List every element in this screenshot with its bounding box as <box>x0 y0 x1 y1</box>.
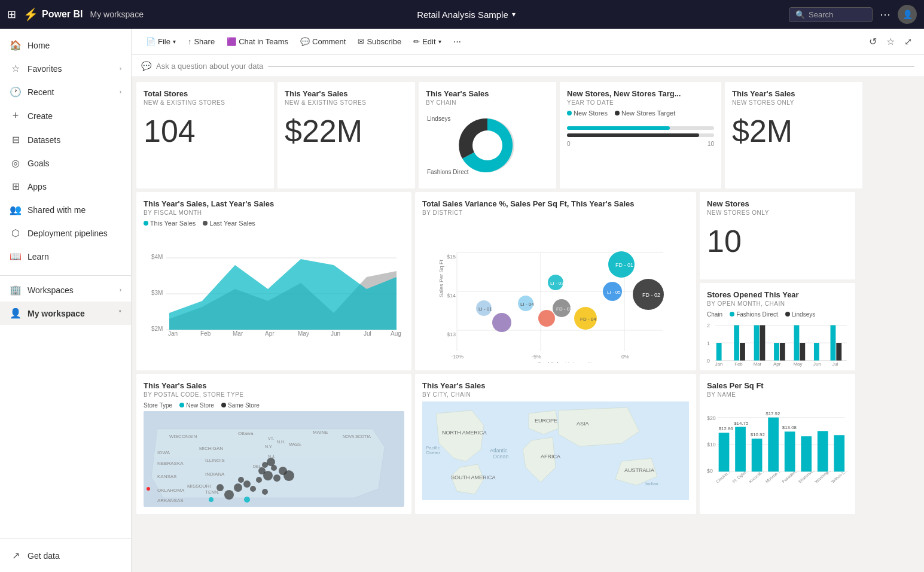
card-subtitle: NEW & EXISTING STORES <box>285 99 408 106</box>
card-subtitle: BY DISTRICT <box>422 209 689 216</box>
svg-text:LI - 01: LI - 01 <box>478 306 492 312</box>
recent-icon: 🕐 <box>10 86 22 98</box>
svg-text:SOUTH AMERICA: SOUTH AMERICA <box>451 474 496 480</box>
sidebar-item-goals[interactable]: ◎ Goals <box>0 151 131 175</box>
sidebar-item-favorites[interactable]: ☆ Favorites › <box>0 57 131 80</box>
card-sales-new-only[interactable]: This Year's Sales NEW STORES ONLY $2M <box>725 82 862 188</box>
svg-text:Feb: Feb <box>200 330 211 337</box>
svg-point-103 <box>238 477 244 483</box>
edit-button[interactable]: ✏ Edit ▾ <box>408 35 446 48</box>
svg-text:-5%: -5% <box>532 354 541 360</box>
sidebar-item-home[interactable]: 🏠 Home <box>0 34 131 57</box>
card-new-stores[interactable]: New Stores NEW STORES ONLY 10 <box>700 192 855 279</box>
subscribe-button[interactable]: ✉ Subscribe <box>353 35 406 48</box>
more-options-icon[interactable]: ⋯ <box>880 8 891 21</box>
chat-in-teams-button[interactable]: 🟪 Chat in Teams <box>222 35 293 48</box>
sidebar-item-apps[interactable]: ⊞ Apps <box>0 175 131 198</box>
card-title: This Year's Sales <box>422 381 689 390</box>
card-sales-by-chain[interactable]: This Year's Sales BY CHAIN <box>419 82 556 188</box>
card-value: 104 <box>144 115 267 147</box>
svg-point-97 <box>271 465 277 471</box>
sidebar-label-apps: Apps <box>28 182 121 191</box>
file-icon: 📄 <box>146 37 155 46</box>
svg-text:May: May <box>298 330 309 337</box>
sidebar-item-deployment[interactable]: ⬡ Deployment pipelines <box>0 221 131 245</box>
card-new-stores-target[interactable]: New Stores, New Stores Targ... YEAR TO D… <box>560 82 721 188</box>
sidebar-label-deployment: Deployment pipelines <box>28 229 121 238</box>
svg-rect-60 <box>780 343 785 361</box>
grid-icon[interactable]: ⊞ <box>7 8 16 21</box>
card-subtitle: NEW STORES ONLY <box>732 99 855 106</box>
svg-text:AUSTRALIA: AUSTRALIA <box>624 467 654 473</box>
card-bubble-chart[interactable]: Total Sales Variance %, Sales Per Sq Ft,… <box>415 192 696 370</box>
bookmark-button[interactable]: ☆ <box>884 34 897 50</box>
sidebar-item-learn[interactable]: 📖 Learn <box>0 245 131 268</box>
chevron-down-icon: ˅ <box>118 310 121 317</box>
card-title: This Year's Sales <box>144 381 404 390</box>
card-sales-area-chart[interactable]: This Year's Sales, Last Year's Sales BY … <box>136 192 411 370</box>
card-total-stores[interactable]: Total Stores NEW & EXISTING STORES 104 <box>136 82 274 188</box>
card-value: $22M <box>285 115 408 147</box>
learn-icon: 📖 <box>10 251 22 262</box>
sidebar-label-myworkspace: My workspace <box>28 309 112 318</box>
sidebar-item-shared[interactable]: 👥 Shared with me <box>0 198 131 221</box>
svg-text:1: 1 <box>707 340 710 346</box>
comment-button[interactable]: 💬 Comment <box>295 35 350 48</box>
card-title: New Stores, New Stores Targ... <box>567 89 714 98</box>
sidebar-item-getdata[interactable]: ↗ Get data <box>0 544 131 567</box>
share-button[interactable]: ↑ Share <box>183 35 219 48</box>
svg-text:WISCONSIN: WISCONSIN <box>169 434 197 439</box>
workspace-label[interactable]: My workspace <box>90 10 143 19</box>
card-map-postal[interactable]: This Year's Sales BY POSTAL CODE, STORE … <box>136 374 411 514</box>
svg-text:Jul: Jul <box>832 361 838 367</box>
avatar[interactable]: 👤 <box>898 5 917 24</box>
legend: Chain Fashions Direct Lindseys <box>707 311 848 318</box>
svg-text:Jan: Jan <box>168 330 178 337</box>
svg-text:ASIA: ASIA <box>577 421 589 427</box>
right-col-row2: New Stores NEW STORES ONLY 10 Stores Ope… <box>700 192 855 370</box>
svg-text:$15: $15 <box>447 254 456 260</box>
sidebar-item-workspaces[interactable]: 🏢 Workspaces › <box>0 278 131 302</box>
svg-text:Apr: Apr <box>773 361 781 367</box>
more-button[interactable]: ⋯ <box>449 35 466 48</box>
top-nav: ⊞ ⚡ Power BI My workspace Retail Analysi… <box>0 0 924 29</box>
sidebar-item-datasets[interactable]: ⊟ Datasets <box>0 128 131 151</box>
refresh-button[interactable]: ↺ <box>867 34 879 50</box>
svg-rect-139 <box>785 431 795 471</box>
svg-rect-54 <box>716 343 722 361</box>
file-button[interactable]: 📄 File ▾ <box>141 35 181 48</box>
svg-text:Jul: Jul <box>364 330 371 337</box>
svg-rect-142 <box>818 431 828 471</box>
dark-dot <box>615 111 620 115</box>
card-map-city[interactable]: This Year's Sales BY CITY, CHAIN <box>415 374 696 514</box>
pie-label-fashions: Fashions Direct <box>427 169 468 175</box>
ask-bar[interactable]: 💬 Ask a question about your data <box>132 55 924 77</box>
svg-text:FD - 01: FD - 01 <box>615 262 633 268</box>
sidebar-label-goals: Goals <box>28 159 121 168</box>
chevron-right-icon: › <box>120 287 121 293</box>
sidebar-item-recent[interactable]: 🕐 Recent › <box>0 80 131 104</box>
sidebar-item-create[interactable]: + Create <box>0 104 131 128</box>
card-stores-opened[interactable]: Stores Opened This Year BY OPEN MONTH, C… <box>700 283 855 370</box>
search-box[interactable]: 🔍 Search <box>789 7 873 22</box>
card-sales-per-sqft[interactable]: Sales Per Sq Ft BY NAME $0 $10 $20 <box>700 374 855 514</box>
card-subtitle: BY OPEN MONTH, CHAIN <box>707 300 848 307</box>
sidebar-label-getdata: Get data <box>28 551 121 561</box>
workspaces-icon: 🏢 <box>10 284 22 296</box>
card-this-year-sales-1[interactable]: This Year's Sales NEW & EXISTING STORES … <box>277 82 415 188</box>
sidebar-item-myworkspace[interactable]: 👤 My workspace ˅ <box>0 302 131 325</box>
svg-text:Mar: Mar <box>754 361 762 367</box>
svg-text:VT.: VT. <box>268 436 274 440</box>
svg-point-110 <box>209 497 214 502</box>
svg-point-105 <box>234 483 242 492</box>
report-title[interactable]: Retail Analysis Sample ▾ <box>151 10 782 20</box>
svg-text:0: 0 <box>707 358 710 364</box>
svg-rect-135 <box>752 439 763 471</box>
card-value: $2M <box>732 115 855 147</box>
title-chevron-icon: ▾ <box>512 10 516 19</box>
svg-text:MISSOURI: MISSOURI <box>187 483 211 489</box>
card-subtitle: BY CHAIN <box>426 99 549 106</box>
svg-point-108 <box>224 490 234 500</box>
sidebar-label-recent: Recent <box>28 87 114 97</box>
fullscreen-button[interactable]: ⤢ <box>902 34 914 50</box>
